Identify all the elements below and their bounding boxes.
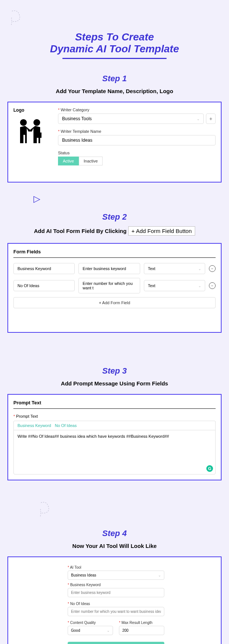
content-quality-label: * Content Quality <box>68 621 113 625</box>
field-name-input[interactable]: No Of Ideas <box>13 280 75 291</box>
prompt-text-header: Prompt Text <box>13 400 216 409</box>
prompt-text-label: * Prompt Text <box>13 414 216 418</box>
step3-label: Step 3 <box>0 366 229 376</box>
ai-tool-label: * AI Tool <box>68 565 216 569</box>
prompt-textarea[interactable]: Write ##No Of Ideas## business idea whic… <box>13 430 216 474</box>
max-result-length-input[interactable] <box>119 626 164 635</box>
step1-label: Step 1 <box>0 74 229 83</box>
svg-rect-2 <box>34 132 42 138</box>
status-label: Status <box>58 151 216 155</box>
no-of-ideas-input[interactable] <box>68 607 164 616</box>
field-placeholder-input[interactable]: Enter number for which you want t <box>78 278 140 293</box>
category-label: * Writer Category <box>58 108 216 112</box>
chevron-down-icon: ⌄ <box>198 267 201 271</box>
page-title: Steps To Create Dynamic AI Tool Template <box>0 24 229 55</box>
no-of-ideas-label: * No Of Ideas <box>68 602 216 606</box>
decorative-squiggle-icon <box>33 499 56 521</box>
form-field-row: Business Keyword Enter business keyword … <box>13 263 216 274</box>
grammarly-icon: G <box>206 465 213 472</box>
step2-label: Step 2 <box>0 212 229 222</box>
step2-panel: Form Fields Business Keyword Enter busin… <box>7 243 222 333</box>
decorative-squiggle-icon <box>4 7 27 30</box>
category-select[interactable]: Business Tools ⌄ <box>58 114 204 124</box>
field-name-input[interactable]: Business Keyword <box>13 263 75 274</box>
svg-point-1 <box>33 119 40 126</box>
chevron-down-icon: ⌄ <box>107 628 110 632</box>
remove-field-button[interactable]: − <box>209 282 216 289</box>
step3-panel: Prompt Text * Prompt Text Business Keywo… <box>7 394 222 480</box>
form-field-row: No Of Ideas Enter number for which you w… <box>13 278 216 293</box>
step3-desc: Add Prompt Message Using Form Fields <box>0 380 229 387</box>
field-type-select[interactable]: Text⌄ <box>144 263 205 274</box>
business-keyword-input[interactable] <box>68 588 164 597</box>
max-result-length-label: * Max Result Length <box>119 621 164 625</box>
logo-label: Logo <box>13 108 51 113</box>
add-form-field-inline: + Add Form Field Button <box>128 226 195 236</box>
ai-tool-select[interactable]: Business Ideas⌄ <box>68 571 164 580</box>
step2-desc: Add AI Tool Form Field By Clicking + Add… <box>0 226 229 236</box>
svg-rect-3 <box>37 131 39 133</box>
status-active-button[interactable]: Active <box>58 157 79 165</box>
template-name-label: * Writer Template Name <box>58 129 216 134</box>
step1-panel: Logo * Writer Category Business Tools ⌄ … <box>7 102 222 183</box>
step1-desc: Add Your Template Name, Description, Log… <box>0 88 229 94</box>
step4-panel: * AI Tool Business Ideas⌄ * Business Key… <box>7 556 222 644</box>
status-inactive-button[interactable]: Inactive <box>79 157 103 165</box>
step4-desc: Now Your AI Tool Will Look Like <box>0 543 229 549</box>
add-category-button[interactable]: + <box>206 114 216 124</box>
field-type-select[interactable]: Text⌄ <box>144 280 205 291</box>
handshake-icon <box>13 116 47 150</box>
step4-label: Step 4 <box>0 529 229 538</box>
prompt-tags: Business Keyword No Of Ideas <box>13 421 216 430</box>
field-placeholder-input[interactable]: Enter business keyword <box>78 263 140 274</box>
tag-no-of-ideas[interactable]: No Of Ideas <box>55 423 77 428</box>
content-quality-select[interactable]: Good⌄ <box>68 626 113 635</box>
tag-business-keyword[interactable]: Business Keyword <box>17 423 51 428</box>
chevron-down-icon: ⌄ <box>198 284 201 288</box>
chevron-down-icon: ⌄ <box>158 573 161 577</box>
form-fields-header: Form Fields <box>13 249 216 258</box>
remove-field-button[interactable]: − <box>209 265 216 272</box>
template-name-input[interactable] <box>58 135 216 145</box>
generate-button[interactable]: Generate <box>68 642 164 644</box>
chevron-down-icon: ⌄ <box>197 117 200 121</box>
business-keyword-label: * Business Keyword <box>68 583 216 587</box>
svg-point-0 <box>20 119 27 126</box>
play-arrow-icon: ▷ <box>33 194 229 204</box>
add-form-field-button[interactable]: + Add Form Field <box>13 297 216 308</box>
title-underline <box>62 58 167 59</box>
